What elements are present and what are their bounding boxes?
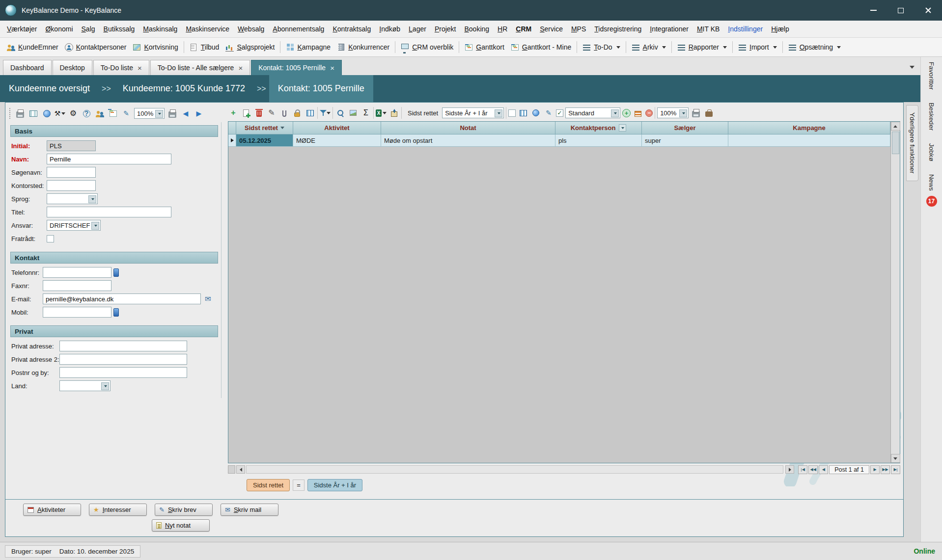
toolbar-grip[interactable]: [9, 108, 11, 119]
ribbon-button-ganttkort[interactable]: Ganttkort: [464, 42, 505, 53]
interesser-button[interactable]: ★ Interesser: [89, 504, 147, 516]
filter-operator[interactable]: =: [293, 480, 305, 491]
ribbon-dropdown-rapporter[interactable]: Rapporter: [676, 42, 728, 53]
option-checkbox-checked[interactable]: ✓: [556, 109, 563, 117]
privat-adresse2-field[interactable]: [59, 354, 187, 365]
scroll-up-icon[interactable]: [891, 122, 900, 131]
layers-icon[interactable]: [633, 107, 643, 118]
ribbon-button-salgsprojekt[interactable]: Salgsprojekt: [224, 42, 276, 53]
attachment-icon[interactable]: [279, 107, 290, 118]
ribbon-button-kampagne[interactable]: Kampagne: [285, 42, 332, 53]
menu-maskinsalg[interactable]: Maskinsalg: [143, 25, 177, 33]
cell-saelger[interactable]: super: [642, 134, 728, 147]
aktiviteter-button[interactable]: Aktiviteter: [23, 504, 81, 516]
scroll-down-icon[interactable]: [891, 454, 900, 463]
settings-gear-icon[interactable]: ⚙: [68, 108, 79, 119]
table-row[interactable]: 05.12.2025 MØDE Møde om opstart pls supe…: [228, 134, 890, 147]
ribbon-button-kontaktpersoner[interactable]: Kontaktpersoner: [64, 42, 128, 53]
tab-todo-liste[interactable]: To-Do liste ×: [93, 60, 149, 75]
ribbon-button-konkurrencer[interactable]: Konkurrencer: [336, 42, 390, 53]
menu-hjaelp[interactable]: Hjælp: [771, 25, 789, 33]
close-button[interactable]: [914, 0, 942, 21]
close-icon[interactable]: ×: [138, 64, 142, 72]
menu-mit-kb[interactable]: MIT KB: [697, 25, 720, 33]
menu-mps[interactable]: MPS: [571, 25, 586, 33]
filter-field-chip[interactable]: Sidst rettet: [247, 479, 290, 491]
ribbon-dropdown-import[interactable]: Import: [737, 42, 778, 53]
view-select[interactable]: Standard: [565, 107, 620, 118]
delete-record-icon[interactable]: [253, 107, 264, 118]
mobil-field[interactable]: [43, 307, 111, 318]
menu-lager[interactable]: Lager: [409, 25, 426, 33]
filter-value-chip[interactable]: Sidste År + I år: [307, 479, 362, 491]
scroll-right-icon[interactable]: [785, 465, 794, 474]
ansvar-select[interactable]: DRIFTSCHEF: [47, 220, 101, 231]
add-record-icon[interactable]: +: [228, 107, 239, 118]
add-view-icon[interactable]: +: [622, 109, 631, 117]
column-header-kampagne[interactable]: Kampagne: [728, 122, 890, 134]
menu-websalg[interactable]: Websalg: [238, 25, 264, 33]
edit-view-icon[interactable]: ✎: [543, 107, 554, 118]
ribbon-button-crm-overblik[interactable]: CRM overblik: [400, 42, 454, 53]
sogenavn-field[interactable]: [47, 167, 96, 178]
date-range-select[interactable]: Sidste År + I år: [442, 107, 504, 118]
menu-integrationer[interactable]: Integrationer: [650, 25, 689, 33]
history-clock-icon[interactable]: [530, 107, 541, 118]
help-icon[interactable]: ?: [81, 108, 92, 119]
filter-icon[interactable]: [320, 107, 331, 118]
skriv-brev-button[interactable]: ✎ Skriv brev: [155, 504, 213, 516]
privat-adresse-field[interactable]: [59, 341, 187, 351]
ribbon-button-ganttkort-mine[interactable]: Ganttkort - Mine: [510, 42, 572, 53]
breadcrumb-item-kundeemne-1005[interactable]: Kundeemne: 1005 Kunde 1772: [114, 75, 254, 102]
land-select[interactable]: [59, 380, 111, 391]
faxnr-field[interactable]: [43, 280, 111, 291]
column-header-sidst-rettet[interactable]: Sidst rettet: [236, 122, 293, 134]
rail-item-jobko[interactable]: Jobkø: [928, 143, 935, 161]
minimize-button[interactable]: [859, 0, 887, 21]
edit-record-icon[interactable]: ✎: [266, 107, 277, 118]
close-icon[interactable]: ×: [238, 64, 243, 72]
kontorsted-field[interactable]: [47, 180, 96, 191]
phone-icon[interactable]: [113, 308, 119, 317]
extra-functions-tab[interactable]: Yderligere funktioner: [906, 105, 918, 181]
column-header-notat[interactable]: Notat: [381, 122, 555, 134]
envelope-icon[interactable]: ✉: [205, 294, 211, 303]
option-checkbox-unchecked[interactable]: [508, 109, 516, 117]
tab-dashboard[interactable]: Dashboard: [3, 60, 52, 75]
search-icon[interactable]: [335, 107, 346, 118]
breadcrumb-item-kontakt-1005-pernille[interactable]: Kontakt: 1005 Pernille: [269, 75, 373, 102]
column-header-aktivitet[interactable]: Aktivitet: [293, 122, 381, 134]
briefcase-icon[interactable]: [703, 107, 714, 118]
menu-booking[interactable]: Booking: [464, 25, 489, 33]
tab-todo-liste-alle-saelgere[interactable]: To-Do liste - Alle sælgere ×: [150, 60, 250, 75]
print-icon[interactable]: [15, 108, 26, 119]
menu-service[interactable]: Service: [540, 25, 563, 33]
sum-icon[interactable]: Σ: [360, 107, 371, 118]
fast-previous-button[interactable]: ◀◀: [808, 465, 818, 474]
column-header-kontaktperson[interactable]: Kontaktperson: [555, 122, 642, 134]
nyt-notat-button[interactable]: Nyt notat: [152, 519, 210, 532]
menu-maskinservice[interactable]: Maskinservice: [186, 25, 229, 33]
scroll-left-icon[interactable]: [236, 465, 245, 474]
cell-notat[interactable]: Møde om opstart: [381, 134, 555, 147]
phone-icon[interactable]: [113, 268, 119, 277]
column-header-saelger[interactable]: Sælger: [642, 122, 728, 134]
horizontal-scrollbar[interactable]: [246, 465, 783, 474]
print-preview-icon[interactable]: [167, 108, 178, 119]
previous-record-button[interactable]: ◀: [819, 465, 828, 474]
rail-item-news[interactable]: News: [928, 174, 935, 191]
menu-kontraktsalg[interactable]: Kontraktsalg: [332, 25, 371, 33]
previous-record-icon[interactable]: ◀: [180, 108, 191, 119]
titel-field[interactable]: [47, 207, 171, 217]
next-record-icon[interactable]: ▶: [194, 108, 204, 119]
menu-projekt[interactable]: Projekt: [435, 25, 456, 33]
ribbon-button-kundeemner[interactable]: KundeEmner: [6, 42, 59, 53]
contact-card-icon[interactable]: [108, 108, 118, 119]
columns-layout-icon[interactable]: [518, 107, 528, 118]
columns-icon[interactable]: [305, 107, 315, 118]
maximize-button[interactable]: [887, 0, 914, 21]
next-record-button[interactable]: ▶: [870, 465, 880, 474]
lock-icon[interactable]: [292, 107, 303, 118]
last-record-button[interactable]: ▶|: [891, 465, 900, 474]
excel-export-icon[interactable]: X: [376, 107, 387, 118]
